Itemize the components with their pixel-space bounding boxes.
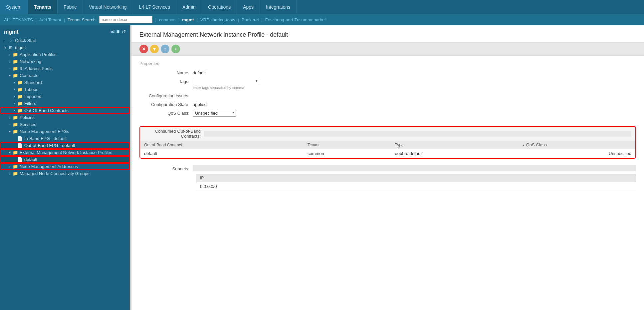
content-area: External Management Network Instance Pro… (131, 25, 644, 310)
properties-section: Properties Name: default Tags: ▾ enter t… (131, 56, 644, 125)
tenant-common[interactable]: common (159, 17, 176, 22)
nav-system[interactable]: System (0, 0, 28, 14)
sidebar-item-managed-node-groups[interactable]: › 📁 Managed Node Connectivity Groups (0, 170, 130, 177)
chevron-app-profiles: › (7, 53, 12, 56)
tenant-foschung[interactable]: Foschung-und-Zusammenarbeit (265, 17, 327, 22)
chevron-inband-epg (12, 137, 17, 140)
folder-icon-oob-contracts: 📁 (17, 108, 23, 113)
sidebar-item-oob-epg[interactable]: 📄 Out-of-Band EPG - default (0, 142, 130, 149)
chevron-node-mgmt-epgs: ∨ (7, 130, 12, 133)
label-oob-contracts: Out-Of-Band Contracts (24, 108, 69, 113)
chevron-imported: › (12, 95, 17, 98)
nav-integrations[interactable]: Integrations (260, 0, 297, 14)
nav-virtual-networking[interactable]: Virtual Networking (83, 0, 133, 14)
folder-icon-filters: 📁 (17, 101, 23, 106)
icon-quickstart: ○ (7, 38, 14, 43)
sidebar-item-taboos[interactable]: › 📁 Taboos (0, 86, 130, 93)
sidebar-icon-refresh[interactable]: ↺ (121, 29, 126, 35)
tags-select-wrapper: ▾ (193, 78, 259, 85)
label-node-mgmt-epgs: Node Management EPGs (20, 129, 69, 134)
sidebar-item-application-profiles[interactable]: › 📁 Application Profiles (0, 51, 130, 58)
sidebar-item-mgmt[interactable]: ∨ ⊞ mgmt (0, 44, 130, 51)
sidebar-item-policies[interactable]: › 📁 Policies (0, 114, 130, 121)
sidebar-item-imported[interactable]: › 📁 Imported (0, 93, 130, 100)
consumed-contracts-table: Out-of-Band Contract Tenant Type ▲ QoS C… (140, 141, 635, 158)
th-contract: Out-of-Band Contract (140, 141, 304, 149)
folder-icon-contracts: 📁 (12, 73, 19, 78)
th-ip: IP (196, 174, 636, 182)
chevron-managed-node: › (7, 172, 12, 175)
sidebar-item-standard[interactable]: › 📁 Standard (0, 79, 130, 86)
refresh-button[interactable]: ↑ (161, 45, 169, 53)
sidebar-header-icons: ⏎ ≡ ↺ (110, 29, 126, 35)
delete-button[interactable]: ✕ (139, 45, 148, 53)
tenant-mgmt[interactable]: mgmt (182, 17, 194, 22)
tenant-baekerei[interactable]: Baekerei (242, 17, 259, 22)
add-tenant-button[interactable]: Add Tenant (39, 17, 61, 22)
label-oob-epg: Out-of-Band EPG - default (24, 143, 75, 148)
folder-icon-app-profiles: 📁 (12, 52, 19, 57)
tenant-search-input[interactable] (99, 16, 152, 23)
qos-class-select[interactable]: Unspecified (193, 110, 236, 117)
top-navigation: System Tenants Fabric Virtual Networking… (0, 0, 644, 14)
sidebar-item-ip-address-pools[interactable]: › 📁 IP Address Pools (0, 65, 130, 72)
folder-icon-managed-node: 📁 (12, 171, 19, 176)
config-state-row: Configuration State: applied (139, 101, 636, 107)
nav-l4l7-services[interactable]: L4-L7 Services (133, 0, 176, 14)
sidebar-item-node-mgmt-epgs[interactable]: ∨ 📁 Node Management EPGs (0, 128, 130, 135)
tenant-bar: ALL TENANTS | Add Tenant | Tenant Search… (0, 14, 644, 25)
label-managed-node: Managed Node Connectivity Groups (20, 171, 90, 176)
label-taboos: Taboos (24, 87, 38, 92)
nav-fabric[interactable]: Fabric (58, 0, 83, 14)
chevron-contracts: ∨ (7, 74, 12, 77)
sidebar-item-default-profile[interactable]: 📄 default (0, 156, 130, 163)
nav-admin[interactable]: Admin (176, 0, 202, 14)
folder-icon-imported: 📁 (17, 94, 23, 99)
subnets-label: Subnets: (139, 165, 193, 171)
sidebar-icon-list[interactable]: ≡ (116, 29, 119, 35)
sidebar-item-contracts[interactable]: ∨ 📁 Contracts (0, 72, 130, 79)
folder-icon-taboos: 📁 (17, 87, 23, 92)
subnet-row[interactable]: 0.0.0.0/0 (196, 182, 636, 191)
chevron-oob-epg (12, 144, 17, 147)
th-type: Type (391, 141, 518, 149)
subnets-header: IP (196, 174, 636, 182)
sidebar-item-ext-mgmt-profiles[interactable]: ∨ 📁 External Management Network Instance… (0, 149, 130, 156)
chevron-ip-pools: › (7, 67, 12, 70)
sidebar-item-node-mgmt-addresses[interactable]: › 📁 Node Management Addresses (0, 163, 130, 170)
config-issues-label: Configuration Issues: (139, 92, 193, 98)
sidebar-item-oob-contracts[interactable]: › 📁 Out-Of-Band Contracts (0, 107, 130, 114)
tenant-vrf-sharing[interactable]: VRF-sharing-tests (200, 17, 235, 22)
name-value: default (193, 69, 206, 75)
sidebar-item-quickstart[interactable]: › ○ Quick Start (0, 37, 130, 44)
sidebar-item-filters[interactable]: › 📁 Filters (0, 100, 130, 107)
tags-row: Tags: ▾ enter tags separated by comma (139, 78, 636, 90)
label-default-profile: default (24, 157, 37, 162)
icon-default-profile: 📄 (17, 157, 23, 162)
qos-class-label: QoS Class: (139, 110, 193, 116)
chevron-node-mgmt-addresses: › (7, 165, 12, 168)
sidebar-item-networking[interactable]: › 📁 Networking (0, 58, 130, 65)
folder-icon-standard: 📁 (17, 80, 23, 85)
tags-input[interactable] (193, 78, 259, 85)
label-services: Services (20, 122, 36, 127)
nav-apps[interactable]: Apps (237, 0, 260, 14)
consumed-contracts-header-row: Consumed Out-of-Band Contracts: (140, 127, 635, 141)
sidebar-item-services[interactable]: › 📁 Services (0, 121, 130, 128)
td-contract: default (140, 149, 304, 158)
nav-operations[interactable]: Operations (202, 0, 237, 14)
sidebar-icon-back[interactable]: ⏎ (110, 29, 114, 35)
chevron-taboos: › (12, 88, 17, 91)
all-tenants-link[interactable]: ALL TENANTS (4, 17, 33, 22)
name-label: Name: (139, 69, 193, 75)
contracts-table-row[interactable]: default common oobbrc-default Unspecifie… (140, 149, 635, 158)
qos-select-wrapper: Unspecified (193, 110, 236, 117)
sidebar-item-inband-epg[interactable]: 📄 In-Band EPG - default (0, 135, 130, 142)
sidebar: mgmt ⏎ ≡ ↺ › ○ Quick Start ∨ ⊞ mgmt › 📁 … (0, 25, 130, 310)
nav-tenants[interactable]: Tenants (28, 0, 58, 14)
config-button[interactable]: ▼ (150, 45, 159, 53)
folder-icon-ip-pools: 📁 (12, 66, 19, 71)
label-inband-epg: In-Band EPG - default (24, 136, 67, 141)
qos-class-row: QoS Class: Unspecified (139, 110, 636, 117)
add-button[interactable]: + (171, 45, 180, 53)
